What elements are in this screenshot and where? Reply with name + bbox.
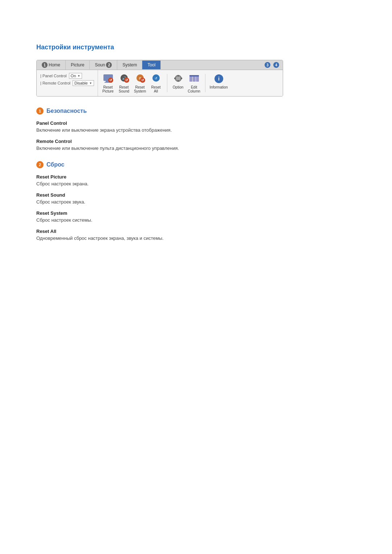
panel-control-dropdown[interactable]: On ▼ [69, 73, 82, 79]
toolbar-divider-1 [167, 74, 167, 92]
edit-column-label1: Edit [191, 85, 197, 89]
svg-point-16 [176, 76, 180, 81]
reset-system-label2: System [134, 89, 146, 93]
toolbar-body: | Panel Control On ▼ | Remote Control Di… [37, 70, 283, 96]
reset-system-desc: Сброс настроек системы. [36, 217, 356, 223]
section1-header: 1 Безопасность [36, 107, 356, 115]
remote-control-value: Disable [74, 81, 88, 85]
reset-system-button[interactable]: ⚙ ↺ Reset System [134, 73, 147, 93]
toolbar-left-controls: | Panel Control On ▼ | Remote Control Di… [37, 70, 98, 96]
svg-text:i: i [218, 76, 220, 82]
tab-system[interactable]: System [117, 61, 142, 69]
panel-control-label: | Panel Control [40, 74, 67, 78]
section2-reset-sound: Reset Sound Сброс настроек звука. [36, 192, 356, 205]
edit-column-button[interactable]: Edit Column [188, 73, 201, 93]
svg-rect-20 [181, 78, 182, 79]
tab-badge-1: 1 [42, 62, 48, 68]
badge-3: 3 [265, 62, 270, 68]
section1-remote-control: Remote Control Включение или выключение … [36, 139, 356, 151]
remote-control-label: | Remote Control [40, 81, 70, 85]
remote-control-desc: Включение или выключение пульта дистанци… [36, 145, 356, 151]
tab-home-label: Home [49, 62, 60, 67]
svg-text:↺: ↺ [155, 77, 158, 80]
reset-system-label1: Reset [135, 85, 145, 89]
reset-picture-label1: Reset [103, 85, 113, 89]
svg-rect-17 [177, 75, 179, 77]
reset-all-button[interactable]: ↺ Reset All [150, 73, 163, 93]
svg-text:↺: ↺ [125, 78, 128, 82]
section2-title: Сброс [46, 161, 64, 168]
svg-text:↺: ↺ [109, 78, 112, 82]
remote-control-row: | Remote Control Disable ▼ [40, 80, 94, 86]
tab-sound[interactable]: Soun 2 [90, 60, 117, 70]
svg-rect-24 [189, 75, 199, 77]
reset-all-title: Reset All [36, 229, 356, 234]
remote-control-title: Remote Control [36, 139, 356, 144]
section2-reset-picture: Reset Picture Сброс настроек экрана. [36, 174, 356, 186]
reset-sound-label2: Sound [119, 89, 129, 93]
section1-panel-control: Panel Control Включение или выключение э… [36, 120, 356, 133]
toolbar-right-buttons: ↺ Reset Picture 🔊 ↺ Reset Sound [98, 70, 283, 96]
remote-control-dropdown[interactable]: Disable ▼ [73, 80, 94, 86]
reset-picture-icon: ↺ [102, 73, 114, 85]
tab-home[interactable]: 1 Home [37, 60, 66, 70]
section2-badge: 2 [36, 161, 44, 168]
remote-control-arrow: ▼ [89, 82, 92, 85]
reset-all-label2: All [154, 89, 158, 93]
edit-column-icon [188, 73, 200, 85]
svg-rect-19 [174, 78, 176, 79]
reset-sound-icon: 🔊 ↺ [118, 73, 130, 85]
edit-column-label2: Column [188, 89, 200, 93]
reset-all-icon: ↺ [150, 73, 162, 85]
panel-control-value: On [71, 74, 76, 78]
reset-picture-label2: Picture [102, 89, 114, 93]
reset-system-title: Reset System [36, 210, 356, 216]
section1-title: Безопасность [46, 108, 87, 114]
reset-sound-button[interactable]: 🔊 ↺ Reset Sound [118, 73, 131, 93]
page-title: Настройки инструмента [36, 44, 356, 51]
reset-all-label1: Reset [151, 85, 161, 89]
option-button[interactable]: Option [172, 73, 185, 89]
section2-header: 2 Сброс [36, 161, 356, 168]
information-button[interactable]: i Information [210, 73, 228, 89]
reset-picture-button[interactable]: ↺ Reset Picture [102, 73, 115, 93]
reset-all-desc: Одновременный сброс настроек экрана, зву… [36, 235, 356, 241]
panel-control-arrow: ▼ [77, 74, 80, 78]
reset-picture-title: Reset Picture [36, 174, 356, 180]
option-icon [172, 73, 184, 85]
section2-reset-all: Reset All Одновременный сброс настроек э… [36, 229, 356, 241]
reset-sound-label1: Reset [119, 85, 129, 89]
toolbar-divider-2 [205, 74, 205, 92]
tab-picture-label: Picture [71, 62, 84, 67]
tab-sound-label: Soun [95, 62, 105, 67]
panel-control-desc: Включение или выключение экрана устройст… [36, 127, 356, 133]
badge-4: 4 [273, 62, 279, 68]
reset-sound-title: Reset Sound [36, 192, 356, 198]
information-label1: Information [210, 85, 228, 89]
tab-system-label: System [122, 62, 137, 67]
panel-control-row: | Panel Control On ▼ [40, 73, 94, 79]
tab-badge-2: 2 [106, 62, 112, 68]
reset-sound-desc: Сброс настроек звука. [36, 199, 356, 205]
information-icon: i [213, 73, 225, 85]
reset-system-icon: ⚙ ↺ [134, 73, 146, 85]
section1-badge: 1 [36, 107, 44, 115]
reset-picture-desc: Сброс настроек экрана. [36, 181, 356, 186]
svg-rect-18 [177, 80, 179, 82]
toolbar-tabs: 1 Home Picture Soun 2 System Tool 3 4 [37, 60, 283, 70]
option-label1: Option [173, 85, 183, 89]
tab-tool[interactable]: Tool [142, 61, 161, 69]
panel-control-title: Panel Control [36, 120, 356, 126]
tab-picture[interactable]: Picture [66, 61, 90, 69]
toolbar-widget: 1 Home Picture Soun 2 System Tool 3 4 | … [36, 60, 283, 97]
tab-tool-label: Tool [147, 62, 155, 67]
section2-reset-system: Reset System Сброс настроек системы. [36, 210, 356, 223]
svg-text:↺: ↺ [141, 78, 144, 82]
